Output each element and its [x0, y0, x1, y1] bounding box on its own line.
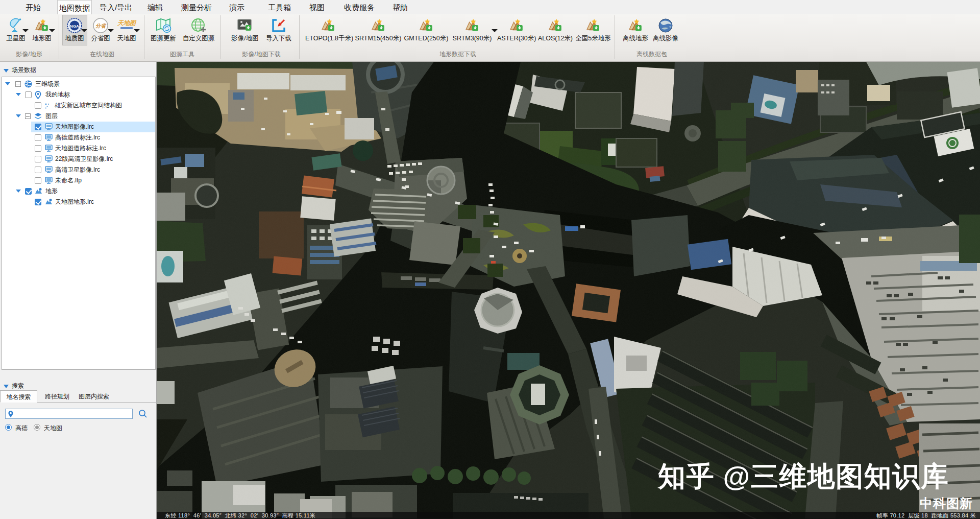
svg-text:分省: 分省: [95, 23, 107, 29]
svg-text:天地图: 天地图: [117, 19, 137, 27]
svg-text:NGA: NGA: [70, 24, 79, 29]
